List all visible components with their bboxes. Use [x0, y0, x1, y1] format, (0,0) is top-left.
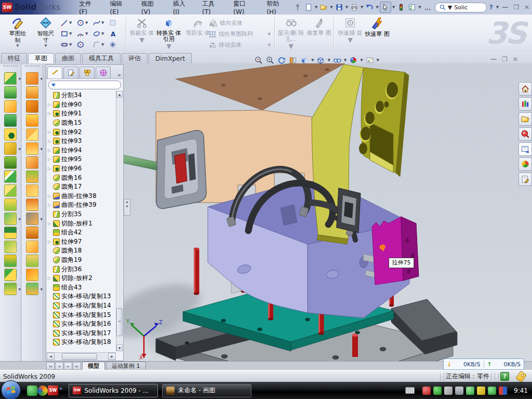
tree-item[interactable]: ▷切除-放样2: [47, 274, 117, 283]
revolved-cut-icon[interactable]: [4, 156, 17, 169]
taskpane-design-library-button[interactable]: [518, 97, 532, 111]
search-dropdown-icon[interactable]: ▼: [448, 4, 452, 11]
cmd-convert-button[interactable]: 转换实 体引用▼: [156, 17, 182, 50]
expand-icon[interactable]: ▷: [47, 276, 51, 281]
quicklaunch-messenger-icon[interactable]: [27, 385, 37, 396]
print-icon[interactable]: [349, 2, 360, 12]
tree-item[interactable]: ▷切除-放样1: [47, 219, 117, 228]
cmd-spline-button[interactable]: ▼: [92, 18, 108, 28]
appearances-dropdown-icon[interactable]: ▼: [360, 58, 363, 62]
quicklaunch-overflow-icon[interactable]: »: [59, 385, 62, 391]
scroll-thumb-h[interactable]: [62, 353, 97, 360]
view-orientation-icon[interactable]: [315, 55, 326, 65]
parting-surface-icon[interactable]: [26, 269, 38, 281]
cmd-smart-dimension-button[interactable]: 智能尺 寸▼: [32, 17, 59, 48]
tree-item[interactable]: ▷拉伸92: [47, 127, 117, 137]
update-badge-tray-icon[interactable]: [444, 387, 453, 395]
tree-item[interactable]: 实体-移动/复制15: [47, 310, 117, 320]
taskpane-search-results-button[interactable]: [518, 127, 532, 141]
scroll-right-icon[interactable]: ▶: [108, 353, 116, 360]
tree-item[interactable]: ▷曲面-拉伸38: [47, 192, 117, 201]
filled-surface-icon[interactable]: [26, 114, 38, 127]
options-icon[interactable]: [407, 2, 417, 12]
save-dropdown-icon[interactable]: ▼: [345, 5, 348, 9]
toolbar-grip[interactable]: [25, 65, 39, 71]
offset-surface-icon[interactable]: ▼: [26, 142, 38, 155]
tree-item[interactable]: 圆角19: [47, 256, 117, 265]
print-dropdown-icon[interactable]: ▼: [361, 5, 363, 9]
tab-评估[interactable]: 评估: [122, 53, 148, 63]
help-button[interactable]: ?: [487, 4, 496, 11]
tree-item[interactable]: ▷拉伸95: [47, 155, 117, 164]
dome-feature-icon[interactable]: [4, 255, 17, 267]
close-button[interactable]: ✕: [522, 4, 532, 11]
scroll-up-icon[interactable]: ▲: [116, 91, 123, 98]
tree-item[interactable]: 圆角15: [47, 118, 117, 128]
replace-face-icon[interactable]: [26, 255, 38, 267]
open-dropdown-icon[interactable]: ▼: [330, 5, 332, 9]
expand-icon[interactable]: ▷: [47, 194, 51, 198]
knit-surface-icon[interactable]: [26, 170, 38, 183]
cmd-arc-button[interactable]: ▼: [76, 29, 92, 39]
undo-icon[interactable]: [364, 2, 375, 12]
task-button[interactable]: 未命名 - 画图: [162, 384, 251, 397]
expand-icon[interactable]: ▷: [47, 240, 51, 244]
expand-icon[interactable]: ▷: [47, 157, 51, 162]
restore-button[interactable]: ❐: [511, 4, 522, 11]
tree-vertical-scrollbar[interactable]: ▲ ▼: [116, 91, 123, 351]
graphics-viewport[interactable]: φ: [124, 63, 532, 361]
draft-feature-icon[interactable]: ▼: [4, 212, 17, 225]
search-input[interactable]: Solic: [454, 4, 468, 11]
tree-item[interactable]: 实体-移动/复制16: [47, 320, 117, 329]
boundary-surface-icon[interactable]: [26, 184, 38, 197]
tree-item[interactable]: ▷拉伸90: [47, 100, 117, 110]
linear-pattern-icon[interactable]: [4, 170, 17, 183]
pin-icon[interactable]: [292, 2, 303, 12]
tree-item[interactable]: 实体-移动/复制13: [47, 292, 117, 301]
taskpane-appearances-scenes-button[interactable]: [518, 157, 532, 171]
cmd-sketch-pencil-button[interactable]: 草图绘 制▼: [4, 17, 31, 48]
cmd-select-region-button[interactable]: [109, 18, 124, 28]
tree-horizontal-scrollbar[interactable]: ◀ ▶: [47, 352, 116, 360]
rotate-view-icon[interactable]: [276, 55, 287, 65]
hide-show-items-dropdown-icon[interactable]: ▼: [344, 58, 347, 62]
wrap-feature-icon[interactable]: [4, 241, 17, 253]
tree-item[interactable]: 实体-移动/复制14: [47, 301, 117, 311]
tree-item[interactable]: 圆角16: [47, 173, 117, 182]
ruled-surface-icon[interactable]: [26, 100, 38, 113]
expand-icon[interactable]: ▷: [47, 221, 51, 226]
scene-dropdown-icon[interactable]: ▼: [377, 58, 379, 62]
display-style-icon[interactable]: [299, 55, 310, 65]
expand-icon[interactable]: ▷: [47, 130, 51, 135]
cmd-circle-button[interactable]: ▼: [76, 18, 92, 28]
zoom-fit-icon[interactable]: [254, 55, 264, 65]
fillet-feature-icon[interactable]: [4, 184, 17, 197]
panel-tab-dimxpertmanager[interactable]: [96, 66, 111, 78]
tree-item[interactable]: 组合42: [47, 228, 117, 237]
mirror-feature-icon[interactable]: [4, 269, 17, 281]
tree-item[interactable]: ▷拉伸94: [47, 146, 117, 155]
doc-tab-模型[interactable]: 模型: [82, 362, 105, 370]
revolved-boss-icon[interactable]: [4, 86, 17, 99]
expand-icon[interactable]: ▷: [47, 166, 51, 171]
security-green-tray-icon[interactable]: [433, 387, 442, 395]
scroll-thumb[interactable]: [116, 308, 123, 336]
shell-feature-icon[interactable]: [4, 227, 17, 239]
open-icon[interactable]: [318, 2, 329, 12]
display-style-dropdown-icon[interactable]: ▼: [311, 58, 314, 62]
tree-item[interactable]: ▷拉伸91: [47, 109, 117, 118]
extend-surface-icon[interactable]: [26, 198, 38, 211]
tree-item[interactable]: 实体-移动/复制17: [47, 328, 117, 338]
doc-minimize-button[interactable]: —: [490, 56, 497, 63]
tab-曲面[interactable]: 曲面: [55, 53, 81, 63]
swept-boss-icon[interactable]: [4, 100, 17, 113]
hide-show-items-icon[interactable]: [332, 55, 342, 65]
quick-tips-icon[interactable]: ?: [500, 372, 509, 381]
start-button[interactable]: [1, 380, 21, 399]
extruded-boss-icon[interactable]: ▼: [4, 72, 17, 85]
cmd-point-button[interactable]: [109, 39, 124, 50]
task-button[interactable]: SWSolidWorks 2009 - ...: [69, 384, 158, 397]
taskpane-home-button[interactable]: [518, 82, 532, 96]
hole-wizard-icon[interactable]: ▼: [4, 142, 17, 155]
doc-nav-2[interactable]: ▸: [64, 362, 72, 370]
